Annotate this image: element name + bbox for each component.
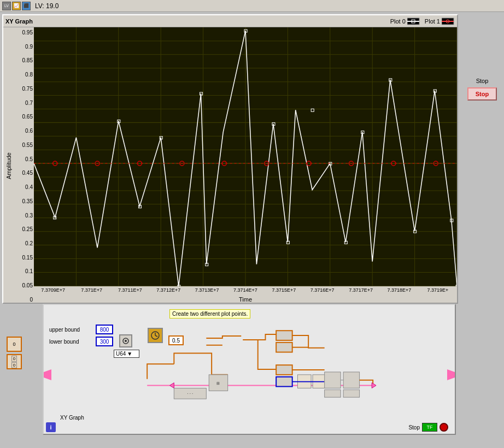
svg-rect-78: [325, 390, 341, 397]
svg-line-69: [155, 335, 157, 337]
svg-rect-77: [343, 372, 360, 388]
chart-canvas-wrapper: 7.3709E+77.371E+77.3711E+77.3712E+77.371…: [34, 27, 457, 305]
graph-icon: 📈: [12, 2, 21, 10]
left-terminal: [44, 369, 51, 380]
x-tick: 7.3715E+7: [265, 287, 303, 295]
bottom-bar: i Stop TF: [44, 421, 455, 434]
stop-indicator-circle[interactable]: [439, 423, 448, 432]
bd-comment: Create two different plot points.: [169, 309, 250, 319]
upper-bound-label: upper bound: [49, 327, 80, 333]
value-05-box[interactable]: 0.5: [168, 335, 184, 345]
svg-text:· · ·: · · ·: [187, 391, 193, 396]
x-tick: 7.3709E+7: [34, 287, 72, 295]
x-tick: 7.3716E+7: [303, 287, 342, 295]
svg-rect-72: [276, 365, 292, 375]
y-tick: 0.85: [14, 57, 33, 63]
block-icon: ⬛: [22, 2, 31, 10]
y-tick: 0.05: [14, 282, 33, 288]
stop-indicator-label: Stop: [408, 425, 420, 431]
svg-rect-79: [343, 390, 360, 397]
svg-rect-73: [276, 377, 292, 387]
bundle-icon: [119, 334, 132, 347]
svg-rect-76: [325, 372, 341, 388]
right-terminal: [447, 369, 455, 380]
right-panel: Stop Stop: [460, 12, 504, 448]
titlebar: LV 📈 ⬛ LV: 19.0: [0, 0, 504, 12]
svg-rect-75: [313, 375, 326, 388]
left-node-1: 0 0: [7, 354, 22, 369]
info-icon: i: [46, 422, 56, 432]
y-tick: 0.7: [14, 100, 33, 106]
x-tick: 7.371E+7: [72, 287, 110, 295]
y-tick: 0.6: [14, 128, 33, 134]
y-axis-label: Amplitude: [3, 27, 13, 305]
stop-indicator-box[interactable]: TF: [422, 423, 437, 432]
stop-label: Stop: [476, 78, 489, 84]
x-tick: 7.3712E+7: [149, 287, 187, 295]
y-tick: 0.2: [14, 240, 33, 246]
y-tick: 0.45: [14, 170, 33, 176]
x-tick: 7.3711E+7: [111, 287, 149, 295]
y-tick: 0.8: [14, 72, 33, 78]
y-tick: 0.55: [14, 142, 33, 148]
y-tick: 0.15: [14, 255, 33, 261]
stop-indicator: Stop TF: [408, 423, 448, 432]
y-tick: 0.35: [14, 198, 33, 204]
left-node-0: 0: [7, 337, 22, 352]
plot1-label: Plot 1: [425, 18, 440, 25]
plot-svg: [34, 27, 457, 286]
upper-bound-value[interactable]: 800: [96, 325, 113, 334]
x-ticks: 7.3709E+77.371E+77.3711E+77.3712E+77.371…: [34, 286, 457, 296]
svg-rect-84: [209, 375, 227, 391]
chart-canvas: [34, 27, 457, 286]
plot0-icon: [407, 17, 420, 25]
u64-dropdown[interactable]: U64 ▼: [114, 350, 139, 358]
x-tick: 7.3719E+: [419, 287, 457, 295]
y-tick: 0.3: [14, 213, 33, 219]
xy-graph-title: XY Graph: [5, 18, 33, 25]
svg-text:⊞: ⊞: [216, 381, 220, 385]
plot-legend: Plot 0 Plot 1: [390, 17, 455, 25]
x-tick: 7.3717E+7: [342, 287, 380, 295]
x-tick: 7.3718E+7: [380, 287, 418, 295]
plot0-label: Plot 0: [390, 18, 406, 25]
stop-button[interactable]: Stop: [467, 87, 497, 101]
graph-container: Amplitude 0.950.90.850.80.750.70.650.60.…: [3, 27, 457, 305]
svg-point-66: [125, 340, 127, 342]
y-ticks: 0.950.90.850.80.750.70.650.60.550.50.450…: [13, 27, 34, 305]
svg-rect-82: [174, 388, 206, 399]
y-tick: 0.65: [14, 114, 33, 120]
svg-marker-81: [169, 383, 174, 388]
y-tick: 0.9: [14, 44, 33, 50]
y-tick: 0.95: [14, 30, 33, 36]
y-tick: 0.5: [14, 156, 33, 162]
y-tick: 0: [14, 297, 33, 303]
y-tick: 0.4: [14, 184, 33, 190]
y-tick: 0.75: [14, 86, 33, 92]
svg-marker-80: [372, 383, 376, 388]
chart-area: XY Graph Plot 0 Plot 1: [0, 12, 460, 448]
titlebar-icons: LV 📈 ⬛: [2, 2, 31, 10]
block-diagram-inner: Create two different plot points. upper …: [43, 304, 456, 435]
lower-bound-label: lower bound: [49, 339, 79, 345]
x-tick: 7.3713E+7: [187, 287, 226, 295]
xy-graph-header: XY Graph Plot 0 Plot 1: [3, 15, 457, 27]
block-diagram: 0 0 0 Create two different plot points. …: [4, 304, 456, 446]
svg-rect-70: [276, 331, 292, 340]
left-nodes: 0 0 0: [7, 337, 22, 369]
y-tick: 0.1: [14, 268, 33, 274]
plot1-item: Plot 1: [425, 17, 455, 25]
svg-rect-74: [298, 375, 312, 388]
app-icon: LV: [2, 2, 11, 10]
plot1-icon: [442, 17, 455, 25]
xy-graph-label-bd: XY Graph: [60, 415, 84, 421]
plot0-item: Plot 0: [390, 17, 420, 25]
main-content: XY Graph Plot 0 Plot 1: [0, 12, 504, 448]
xy-graph-panel: XY Graph Plot 0 Plot 1: [2, 14, 458, 304]
timer-icon: [148, 328, 163, 343]
lower-bound-value[interactable]: 300: [96, 337, 113, 346]
x-tick: 7.3714E+7: [226, 287, 265, 295]
svg-rect-45: [311, 109, 314, 111]
svg-rect-71: [276, 343, 292, 352]
title-text: LV: 19.0: [35, 2, 58, 10]
